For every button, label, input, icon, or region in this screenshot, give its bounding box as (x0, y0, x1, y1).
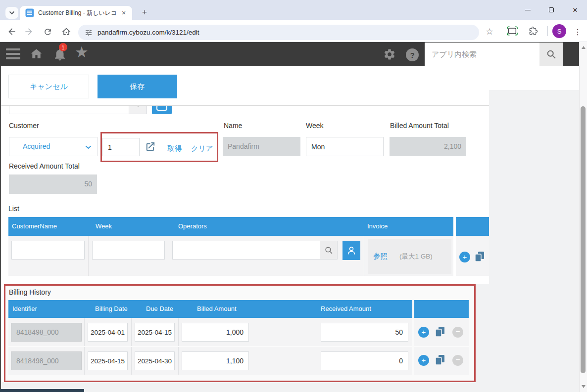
billed-amount-input[interactable] (182, 351, 249, 370)
received-total-value: 50 (9, 174, 97, 194)
operators-search-button[interactable] (320, 241, 338, 260)
save-bar-right (489, 66, 579, 90)
copy-icon (435, 326, 445, 337)
list-col-customername: CustomerName (12, 217, 57, 236)
copy-icon (435, 354, 445, 365)
billing-remove-row-button[interactable]: − (452, 355, 463, 366)
invoice-browse-link[interactable]: 参照 (373, 252, 388, 261)
billing-date-input[interactable] (88, 323, 128, 342)
open-record-link[interactable] (145, 141, 156, 154)
minimize-icon (525, 10, 531, 10)
list-table-header-actions (456, 217, 489, 236)
operators-picker-button[interactable] (342, 241, 360, 260)
favorites-button[interactable]: ★ (75, 44, 89, 60)
name-field-value: Pandafirm (223, 137, 300, 156)
customer-select[interactable]: Acquired (9, 137, 98, 156)
back-button[interactable] (5, 25, 19, 39)
scrollbar-up-arrow[interactable] (582, 46, 586, 49)
due-date-input[interactable] (135, 323, 175, 342)
received-total-label: Received Amount Total (9, 162, 80, 170)
background-window-edge (0, 66, 1, 392)
billing-col-received-amount: Received Amount (321, 300, 371, 318)
page-background-right (489, 90, 579, 392)
billing-history-label: Billing History (9, 288, 51, 296)
window-close-button[interactable]: ✕ (563, 0, 587, 20)
search-icon (546, 49, 557, 60)
capture-icon (507, 26, 518, 36)
external-link-icon (145, 141, 156, 152)
cancel-button[interactable]: キャンセル (8, 75, 89, 98)
week-field-input[interactable] (306, 137, 384, 156)
chevron-down-icon (85, 145, 92, 149)
notification-badge: 1 (59, 43, 67, 51)
save-button[interactable]: 保存 (98, 75, 177, 98)
scrollbar-down-arrow[interactable] (582, 385, 586, 388)
extensions-button[interactable] (529, 26, 538, 38)
reload-button[interactable] (41, 25, 54, 39)
app-favicon-icon (25, 8, 34, 17)
app-search-input[interactable] (425, 43, 539, 66)
list-duplicate-row-button[interactable] (475, 251, 485, 264)
customer-select-value: Acquired (23, 137, 50, 156)
scrollbar-thumb[interactable] (581, 106, 586, 373)
list-col-week: Week (96, 217, 112, 236)
invoice-upload-zone[interactable]: 参照 (最大1 GB) (368, 239, 451, 274)
list-operators-input[interactable] (172, 241, 321, 260)
screenshot-capture-button[interactable] (507, 26, 518, 38)
home-icon (29, 47, 44, 61)
lookup-get-link[interactable]: 取得 (167, 144, 182, 153)
billing-identifier-value: 8418498_000 (11, 351, 82, 370)
due-date-input[interactable] (135, 351, 175, 370)
screen: Customer Billing - 新しいレコード ✕ + ✕ pandafi… (0, 0, 587, 392)
billing-duplicate-row-button[interactable] (435, 354, 445, 367)
list-week-input[interactable] (92, 241, 165, 260)
billing-add-row-button[interactable]: + (418, 327, 429, 338)
hamburger-menu-button[interactable] (6, 48, 20, 62)
portal-home-button[interactable] (29, 47, 44, 63)
window-maximize-button[interactable] (539, 0, 563, 20)
browser-menu-button[interactable]: ⋮ (572, 25, 583, 40)
billing-date-input[interactable] (88, 351, 128, 370)
list-add-row-button[interactable]: + (459, 252, 470, 262)
new-tab-button[interactable]: + (139, 7, 150, 18)
name-field-label: Name (224, 122, 242, 130)
cell-divider (88, 236, 89, 276)
home-icon (61, 27, 71, 37)
help-button[interactable]: ? (406, 48, 419, 61)
lookup-clear-link[interactable]: クリア (191, 144, 213, 153)
tab-search-button[interactable] (5, 7, 18, 19)
background-window-strip (0, 389, 84, 392)
maximize-icon (549, 7, 554, 12)
billed-total-label: Billed Amount Total (390, 122, 449, 130)
week-field-label: Week (306, 122, 324, 130)
person-icon (346, 245, 357, 256)
profile-avatar[interactable]: S (552, 24, 566, 38)
customer-lookup-input[interactable] (102, 138, 140, 156)
list-col-invoice: Invoice (367, 217, 388, 236)
billed-total-value: 2,100 (390, 137, 466, 156)
list-customername-input[interactable] (11, 241, 85, 260)
url-text: pandafirm.cybozu.com/k/3121/edit (98, 29, 199, 36)
billing-add-row-button[interactable]: + (418, 355, 429, 366)
bookmark-star-icon[interactable]: ☆ (482, 25, 497, 40)
received-amount-input[interactable] (321, 351, 408, 370)
copy-icon (475, 251, 485, 262)
toolbar-divider (547, 26, 548, 36)
billing-col-billed-amount: Billed Amount (197, 300, 237, 318)
forward-button[interactable] (22, 25, 36, 39)
billing-duplicate-row-button[interactable] (435, 326, 445, 339)
back-arrow-icon (7, 27, 17, 37)
browser-tab-active[interactable]: Customer Billing - 新しいレコード ✕ (20, 6, 132, 20)
billing-remove-row-button[interactable]: − (452, 327, 463, 338)
window-minimize-button[interactable] (516, 0, 539, 20)
list-col-operators: Operators (178, 217, 207, 236)
site-settings-icon (85, 29, 93, 37)
app-search-button[interactable] (539, 43, 563, 66)
home-button[interactable] (59, 25, 73, 39)
url-bar[interactable]: pandafirm.cybozu.com/k/3121/edit (78, 25, 479, 40)
gear-icon (383, 48, 396, 61)
received-amount-input[interactable] (321, 323, 408, 342)
billed-amount-input[interactable] (182, 323, 249, 342)
settings-button[interactable] (383, 48, 396, 63)
tab-close-button[interactable]: ✕ (120, 10, 128, 16)
